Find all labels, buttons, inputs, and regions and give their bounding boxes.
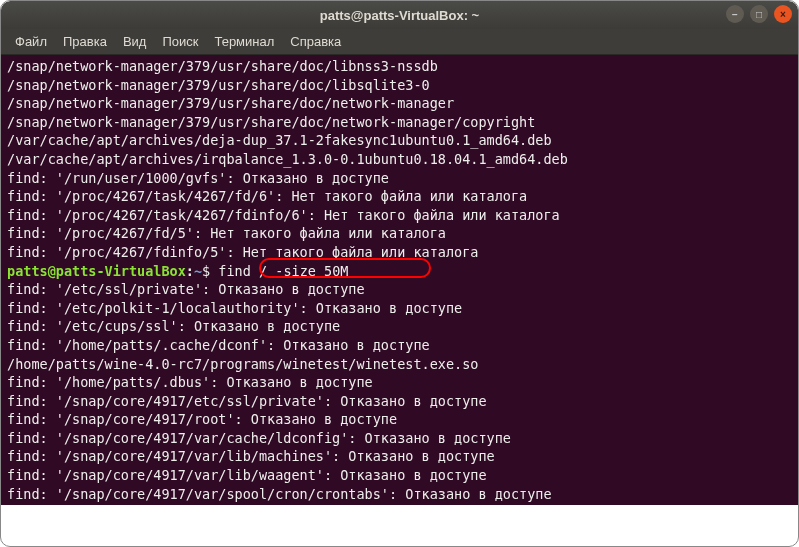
menu-file[interactable]: Файл (7, 32, 55, 51)
output-line: find: '/home/patts/.cache/dconf': Отказа… (7, 336, 792, 355)
prompt-line: patts@patts-VirtualBox:~$ find / -size 5… (7, 262, 792, 281)
prompt-dollar: $ (202, 263, 210, 279)
output-line: find: '/run/user/1000/gvfs': Отказано в … (7, 169, 792, 188)
output-line: find: '/home/patts/.dbus': Отказано в до… (7, 373, 792, 392)
terminal-viewport[interactable]: /snap/network-manager/379/usr/share/doc/… (1, 55, 798, 505)
output-line: find: '/etc/cups/ssl': Отказано в доступ… (7, 317, 792, 336)
output-line: /home/patts/wine-4.0-rc7/programs/winete… (7, 355, 792, 374)
menu-help[interactable]: Справка (282, 32, 349, 51)
prompt-colon: : (186, 263, 194, 279)
output-line: /snap/network-manager/379/usr/share/doc/… (7, 76, 792, 95)
prompt-user-host: patts@patts-VirtualBox (7, 263, 186, 279)
menu-bar: Файл Правка Вид Поиск Терминал Справка (1, 29, 798, 55)
menu-search[interactable]: Поиск (154, 32, 206, 51)
menu-edit[interactable]: Правка (55, 32, 115, 51)
output-line: find: '/snap/core/4917/var/spool/cron/cr… (7, 485, 792, 504)
menu-view[interactable]: Вид (115, 32, 155, 51)
output-line: /var/cache/apt/archives/irqbalance_1.3.0… (7, 150, 792, 169)
output-line: /snap/network-manager/379/usr/share/doc/… (7, 113, 792, 132)
output-line: /snap/network-manager/379/usr/share/doc/… (7, 94, 792, 113)
minimize-button[interactable]: − (726, 5, 744, 23)
window-titlebar: patts@patts-VirtualBox: ~ − □ × (1, 1, 798, 29)
output-line: /var/cache/apt/archives/deja-dup_37.1-2f… (7, 131, 792, 150)
output-line: find: '/snap/core/4917/etc/ssl/private':… (7, 392, 792, 411)
output-line: find: '/etc/polkit-1/localauthority': От… (7, 299, 792, 318)
output-line: find: '/proc/4267/fd/5': Нет такого файл… (7, 224, 792, 243)
window-title: patts@patts-VirtualBox: ~ (320, 8, 479, 23)
output-line: find: '/snap/core/4917/root': Отказано в… (7, 410, 792, 429)
output-line: find: '/snap/core/4917/var/lib/machines'… (7, 447, 792, 466)
window-controls: − □ × (726, 5, 792, 23)
output-line: find: '/proc/4267/task/4267/fdinfo/6': Н… (7, 206, 792, 225)
output-line: /snap/network-manager/379/usr/share/doc/… (7, 57, 792, 76)
close-button[interactable]: × (774, 5, 792, 23)
output-line: find: '/proc/4267/fdinfo/5': Нет такого … (7, 243, 792, 262)
output-line: find: '/snap/core/4917/var/cache/ldconfi… (7, 429, 792, 448)
output-line: find: '/snap/core/4917/var/lib/waagent':… (7, 466, 792, 485)
menu-terminal[interactable]: Терминал (206, 32, 282, 51)
command-input[interactable]: find / -size 50M (210, 263, 348, 279)
prompt-path: ~ (194, 263, 202, 279)
maximize-button[interactable]: □ (750, 5, 768, 23)
output-line: find: '/proc/4267/task/4267/fd/6': Нет т… (7, 187, 792, 206)
output-line: find: '/etc/ssl/private': Отказано в дос… (7, 280, 792, 299)
